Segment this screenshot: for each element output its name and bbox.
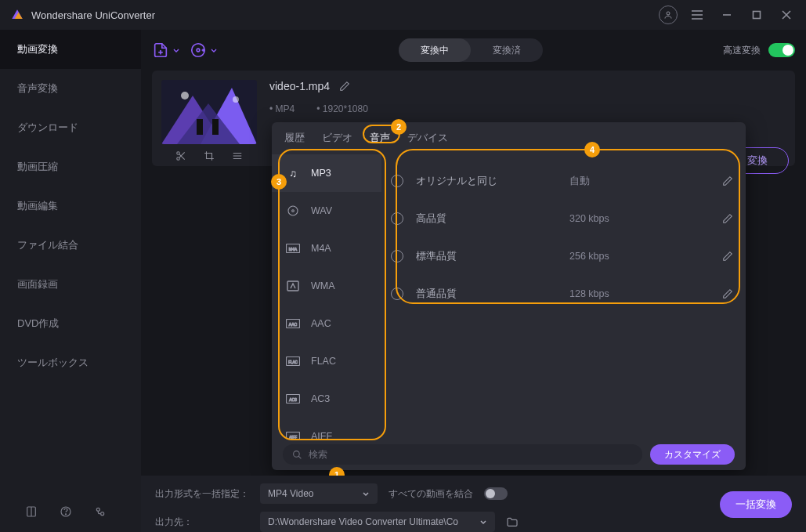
app-title: Wondershare UniConverter xyxy=(31,9,155,21)
quality-name: オリジナルと同じ xyxy=(416,175,557,188)
format-label: M4A xyxy=(311,243,331,254)
svg-point-48 xyxy=(294,451,300,457)
wma-icon xyxy=(286,280,300,291)
menu-icon[interactable] xyxy=(687,5,707,25)
share-icon[interactable] xyxy=(94,505,107,518)
help-icon[interactable] xyxy=(60,505,72,518)
customize-button[interactable]: カスタマイズ xyxy=(650,444,735,465)
svg-line-49 xyxy=(298,456,301,458)
effect-icon[interactable] xyxy=(232,150,243,161)
sidebar-item-label: 画面録画 xyxy=(17,277,58,291)
titlebar-right xyxy=(659,5,797,25)
speed-toggle[interactable] xyxy=(768,43,795,57)
sidebar-item-toolbox[interactable]: ツールボックス xyxy=(0,343,141,382)
format-item-m4a[interactable]: M4AM4A xyxy=(272,230,381,267)
output-format-select[interactable]: MP4 Video xyxy=(260,483,378,504)
quality-item-original[interactable]: オリジナルと同じ 自動 xyxy=(391,162,733,200)
svg-point-28 xyxy=(177,152,180,155)
guide-icon[interactable] xyxy=(25,505,38,518)
format-label: AIFF xyxy=(311,431,332,439)
svg-point-36 xyxy=(292,210,295,212)
quality-item-normal[interactable]: 普通品質 128 kbps xyxy=(391,275,733,313)
minimize-icon[interactable] xyxy=(717,5,737,25)
format-item-wav[interactable]: WAV xyxy=(272,192,381,230)
format-item-ac3[interactable]: AC3AC3 xyxy=(272,380,381,418)
file-resolution: 1920*1080 xyxy=(323,103,368,114)
format-label: WMA xyxy=(311,280,335,291)
radio-icon xyxy=(391,175,403,187)
svg-point-25 xyxy=(233,96,239,103)
sidebar: 動画変換 音声変換 ダウンロード 動画圧縮 動画編集 ファイル結合 画面録画 D… xyxy=(0,30,141,532)
popup-footer: 検索 カスタマイズ xyxy=(272,439,746,470)
quality-name: 標準品質 xyxy=(416,250,557,263)
flac-icon: FLAC xyxy=(286,356,300,367)
sidebar-item-dvd[interactable]: DVD作成 xyxy=(0,304,141,343)
file-name: video-1.mp4 xyxy=(269,80,330,92)
annotation-badge-4: 4 xyxy=(584,142,600,157)
merge-label: すべての動画を結合 xyxy=(389,487,473,501)
sidebar-item-label: ファイル結合 xyxy=(17,238,78,252)
video-thumbnail[interactable] xyxy=(161,80,257,144)
merge-toggle[interactable] xyxy=(484,487,508,500)
format-item-flac[interactable]: FLACFLAC xyxy=(272,342,381,380)
ac3-icon: AC3 xyxy=(286,393,300,404)
sidebar-item-video-convert[interactable]: 動画変換 xyxy=(0,30,141,69)
edit-icon[interactable] xyxy=(722,176,733,186)
open-folder-icon[interactable] xyxy=(506,516,519,527)
sidebar-item-label: 動画変換 xyxy=(17,42,58,56)
quality-rate: 自動 xyxy=(569,175,656,188)
output-path-select[interactable]: D:\Wondershare Video Converter Ultimate\… xyxy=(260,512,495,532)
add-file-button[interactable] xyxy=(152,42,180,59)
tab-history[interactable]: 履歴 xyxy=(284,132,305,148)
sidebar-item-record[interactable]: 画面録画 xyxy=(0,265,141,304)
edit-icon[interactable] xyxy=(722,213,733,224)
quality-item-standard[interactable]: 標準品質 256 kbps xyxy=(391,237,733,275)
output-format-value: MP4 Video xyxy=(268,488,313,499)
format-item-mp3[interactable]: ♫MP3 xyxy=(272,154,381,192)
convert-all-button[interactable]: 一括変換 xyxy=(720,491,792,518)
file-format: MP4 xyxy=(276,103,295,114)
sidebar-item-compress[interactable]: 動画圧縮 xyxy=(0,147,141,186)
thumb-column xyxy=(161,80,257,161)
account-icon[interactable] xyxy=(659,5,678,24)
format-item-aiff[interactable]: AIFFAIFF xyxy=(272,418,381,439)
format-item-wma[interactable]: WMA xyxy=(272,267,381,305)
sidebar-item-label: 音声変換 xyxy=(17,81,58,96)
cut-icon[interactable] xyxy=(175,150,186,161)
close-icon[interactable] xyxy=(776,5,797,25)
row-format: 出力形式を一括指定： MP4 Video すべての動画を結合 xyxy=(155,483,792,504)
svg-point-13 xyxy=(101,512,104,516)
file-meta: • MP4 • 1920*1080 xyxy=(269,103,786,114)
tab-video[interactable]: ビデオ xyxy=(322,132,352,148)
tab-converted[interactable]: 変換済 xyxy=(471,38,543,62)
format-search[interactable]: 検索 xyxy=(283,444,642,465)
thumb-tools xyxy=(161,150,257,161)
search-icon xyxy=(292,450,302,460)
edit-icon[interactable] xyxy=(722,251,733,262)
output-path-label: 出力先： xyxy=(155,516,249,529)
toolbar: 変換中 変換済 高速変換 xyxy=(141,30,806,71)
rename-icon[interactable] xyxy=(339,81,350,92)
bottombar: 出力形式を一括指定： MP4 Video すべての動画を結合 出力先： D:\W… xyxy=(141,476,806,532)
quality-item-high[interactable]: 高品質 320 kbps xyxy=(391,200,733,237)
format-popup: 履歴 ビデオ 音声 デバイス ♫MP3 WAV M4AM4A WMA AACAA… xyxy=(272,122,746,470)
format-label: WAV xyxy=(311,205,332,216)
add-disc-button[interactable] xyxy=(190,42,218,59)
sidebar-item-merge[interactable]: ファイル結合 xyxy=(0,226,141,265)
tab-device[interactable]: デバイス xyxy=(407,132,448,148)
sidebar-item-edit[interactable]: 動画編集 xyxy=(0,186,141,226)
svg-point-0 xyxy=(667,12,670,15)
sidebar-item-label: ダウンロード xyxy=(17,121,78,135)
quality-rate: 320 kbps xyxy=(569,213,656,224)
annotation-badge-2: 2 xyxy=(391,119,407,135)
sidebar-item-download[interactable]: ダウンロード xyxy=(0,108,141,147)
status-segment: 変換中 変換済 xyxy=(399,38,543,62)
maximize-icon[interactable] xyxy=(746,5,767,25)
format-item-aac[interactable]: AACAAC xyxy=(272,305,381,342)
sidebar-item-audio-convert[interactable]: 音声変換 xyxy=(0,69,141,108)
tab-audio[interactable]: 音声 xyxy=(370,132,390,148)
tab-converting[interactable]: 変換中 xyxy=(399,38,471,62)
edit-icon[interactable] xyxy=(722,288,733,299)
crop-icon[interactable] xyxy=(204,150,215,161)
svg-text:M4A: M4A xyxy=(289,247,298,252)
